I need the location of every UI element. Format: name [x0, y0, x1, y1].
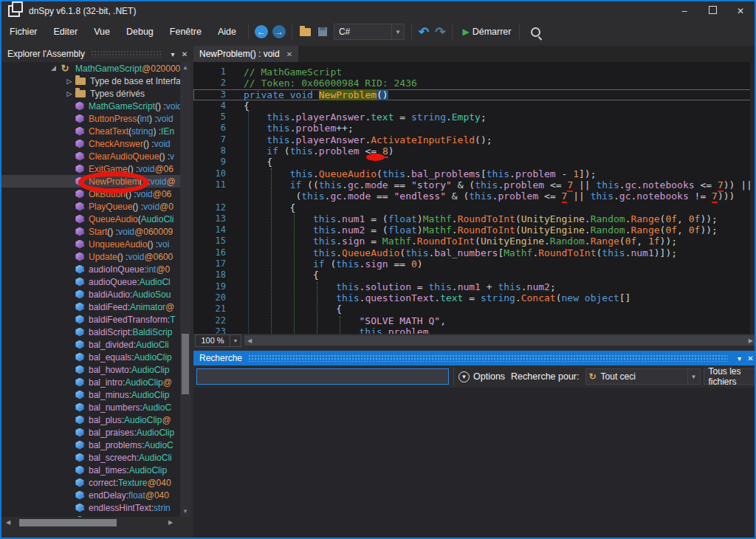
open-file-icon[interactable] — [300, 28, 311, 36]
code-line-1[interactable]: 1// MathGameScript — [193, 66, 756, 78]
code-line-10[interactable]: 10 this.QueueAudio(this.bal_problems[thi… — [193, 168, 756, 179]
menu-vue[interactable]: Vue — [86, 27, 118, 37]
code-line-wrap[interactable]: (this.gc.mode == "endless" & (this.probl… — [193, 190, 756, 202]
tree-item-playqueue[interactable]: PlayQueue() : void @0 — [1, 200, 190, 213]
code-line-17[interactable]: 17 if (this.sign == 0) — [193, 258, 756, 270]
tree-item-typedebaseetinterfa[interactable]: ▷Type de base et Interfa — [1, 75, 190, 87]
language-combobox[interactable]: C# ▼ — [334, 24, 405, 40]
panel-close-icon[interactable]: ✕ — [745, 354, 756, 363]
panel-close-icon[interactable]: ✕ — [179, 50, 190, 58]
tree-item-correct[interactable]: correct : Texture @040 — [1, 476, 190, 489]
search-scope-combobox[interactable]: ↻ Tout ceci ▼ — [585, 368, 701, 385]
tree-item-bal_times[interactable]: bal_times : AudioClip — [1, 464, 190, 476]
code-line-9[interactable]: 9 { — [193, 157, 756, 168]
options-chevron-icon[interactable]: ▼ — [458, 371, 470, 382]
tree-item-bal_divided[interactable]: bal_divided : AudioCli — [1, 338, 190, 351]
tree-item-queueaudio[interactable]: QueueAudio(AudioCli — [1, 213, 190, 225]
code-line-8[interactable]: 8 if (this.problem <= 8) — [193, 145, 756, 157]
tree-item-checkanswer[interactable]: CheckAnswer() : void — [1, 137, 190, 150]
code-line-21[interactable]: 21 { — [193, 303, 756, 315]
search-icon[interactable] — [531, 27, 540, 37]
tree-vscroll-thumb[interactable] — [182, 334, 189, 394]
scroll-left-icon[interactable]: ◀ — [247, 337, 252, 344]
tree-item-bal_problems[interactable]: bal_problems : AudioC — [1, 439, 190, 451]
menu-debug[interactable]: Debug — [118, 27, 162, 37]
search-input[interactable] — [196, 368, 449, 385]
tree-item-typesdrivs[interactable]: ▷Types dérivés — [1, 87, 190, 100]
code-line-5[interactable]: 5 this.playerAnswer.text = string.Empty; — [193, 111, 756, 123]
search-files-combobox[interactable]: Tous les fichiers — [704, 368, 756, 385]
redo-button[interactable]: ↷ — [435, 24, 445, 40]
tree-item-bal_praises[interactable]: bal_praises : AudioClip — [1, 426, 190, 439]
code-line-22[interactable]: 22 "SOLVE MATH Q", — [193, 315, 756, 326]
code-line-2[interactable]: 2// Token: 0x06000984 RID: 2436 — [193, 78, 756, 89]
scroll-left-icon[interactable]: ◀ — [6, 519, 10, 526]
tree-item-enddelay[interactable]: endDelay : float @040 — [1, 489, 190, 501]
save-all-icon[interactable] — [318, 27, 327, 36]
tree-item-start[interactable]: Start() : void @060009 — [1, 225, 190, 238]
zoom-level[interactable]: 100 % — [195, 334, 230, 347]
panel-menu-icon[interactable]: ▾ — [734, 354, 745, 363]
tree-hscroll-thumb[interactable] — [19, 519, 117, 526]
chevron-down-icon[interactable]: ▼ — [391, 24, 404, 39]
scroll-right-icon[interactable]: ▶ — [749, 337, 753, 344]
chevron-down-icon[interactable]: ▼ — [687, 369, 700, 384]
scroll-right-icon[interactable]: ▶ — [168, 519, 173, 526]
tree-item-bal_howto[interactable]: bal_howto : AudioClip — [1, 363, 190, 376]
tree-item-clearaudioqueue[interactable]: ClearAudioQueue() : v — [1, 150, 190, 162]
menu-fichier[interactable]: Fichier — [1, 27, 46, 37]
code-vertical-scrollbar[interactable] — [750, 62, 756, 334]
tree-item-bal_numbers[interactable]: bal_numbers : AudioC — [1, 401, 190, 413]
menu-aide[interactable]: Aide — [210, 27, 244, 37]
scroll-up-icon[interactable]: ▲ — [182, 64, 188, 71]
panel-menu-icon[interactable]: ▾ — [167, 50, 179, 58]
tree-item-bal_plus[interactable]: bal_plus : AudioClip @ — [1, 413, 190, 426]
tree-expander-icon[interactable]: ▷ — [63, 78, 75, 85]
panel-drag-texture[interactable] — [248, 354, 728, 362]
zoom-dropdown-icon[interactable]: ▼ — [230, 334, 241, 347]
code-line-16[interactable]: 16 this.QueueAudio(this.bal_numbers[Math… — [193, 247, 756, 258]
minimize-button[interactable]: – — [670, 6, 698, 16]
code-line-13[interactable]: 13 this.num1 = (float)Mathf.RoundToInt(U… — [193, 213, 756, 224]
tree-item-newproblem[interactable]: NewProblem() : void @ — [1, 175, 190, 188]
tree-item-baldiscript[interactable]: baldiScript : BaldiScrip — [1, 326, 190, 338]
navigate-forward-button[interactable]: → — [272, 25, 286, 38]
tree-item-audioqueue[interactable]: audioQueue : AudioCl — [1, 275, 190, 288]
tree-item-baldifeed[interactable]: baldiFeed : Animator @ — [1, 301, 190, 313]
tree-item-bal_minus[interactable]: bal_minus : AudioClip — [1, 388, 190, 401]
tab-newproblem[interactable]: NewProblem() : void ✕ — [193, 46, 298, 62]
tree-item-mathgamescript[interactable]: MathGameScript() : void — [1, 100, 190, 112]
tree-item-bal_equals[interactable]: bal_equals : AudioClip — [1, 351, 190, 363]
start-debug-button[interactable]: Démarrer — [472, 27, 512, 37]
tree-item-endlesshinttext[interactable]: endlessHintText : strin — [1, 501, 190, 514]
tree-item-cheattext[interactable]: CheatText(string) : IEn — [1, 125, 190, 137]
options-label[interactable]: Options — [473, 371, 505, 382]
tree-item-exitgame[interactable]: ExitGame() : void @06 — [1, 162, 190, 175]
tree-vertical-scrollbar[interactable]: ▲ ▼ — [180, 62, 190, 517]
tree-expander-icon[interactable]: ▷ — [63, 90, 75, 97]
code-line-4[interactable]: 4{ — [193, 100, 756, 111]
code-line-3[interactable]: 3private void NewProblem() — [193, 89, 756, 100]
menu-editer[interactable]: Editer — [46, 27, 86, 37]
close-button[interactable]: ✕ — [726, 6, 755, 16]
code-line-11[interactable]: 11 if ((this.gc.mode == "story" & (this.… — [193, 179, 756, 190]
panel-drag-texture[interactable] — [91, 50, 161, 58]
code-line-20[interactable]: 20 this.questionText.text = string.Conca… — [193, 292, 756, 303]
navigate-back-button[interactable]: ← — [255, 25, 268, 38]
tree-item-bal_screech[interactable]: bal_screech : AudioCli — [1, 451, 190, 464]
code-line-6[interactable]: 6 this.problem++; — [193, 123, 756, 134]
tree-item-mathgamescript[interactable]: ↻MathGameScript @020000 — [1, 62, 190, 75]
tree-horizontal-scrollbar[interactable]: ◀ ▶ — [1, 517, 190, 529]
code-horizontal-scrollbar[interactable]: ◀ ▶ — [244, 335, 756, 346]
undo-button[interactable]: ↶ — [419, 24, 429, 40]
tree-item-baldiaudio[interactable]: baldiAudio : AudioSou — [1, 288, 190, 301]
code-line-12[interactable]: 12 { — [193, 202, 756, 213]
tree-item-update[interactable]: Update() : void @0600 — [1, 250, 190, 263]
tab-close-icon[interactable]: ✕ — [286, 50, 292, 58]
code-editor[interactable]: 1// MathGameScript2// Token: 0x06000984 … — [193, 62, 756, 334]
code-line-7[interactable]: 7 this.playerAnswer.ActivateInputField()… — [193, 134, 756, 145]
code-line-19[interactable]: 19 this.solution = this.num1 + this.num2… — [193, 281, 756, 292]
menu-fentre[interactable]: Fenêtre — [162, 27, 210, 37]
maximize-button[interactable] — [698, 6, 726, 16]
code-line-23[interactable]: 23 this.problem, — [193, 326, 756, 334]
